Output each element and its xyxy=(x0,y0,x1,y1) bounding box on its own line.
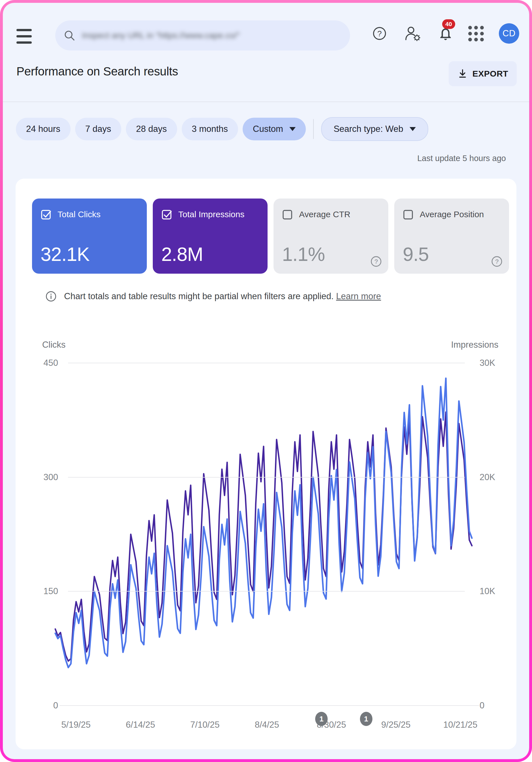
chip-divider xyxy=(313,119,314,139)
last-update-text: Last update 5 hours ago xyxy=(417,154,506,163)
chip-custom-date-range[interactable]: Custom xyxy=(242,118,306,140)
avatar[interactable]: CD xyxy=(499,23,519,44)
right-axis-tick: 30K xyxy=(480,358,495,368)
annotation-marker[interactable]: 1 xyxy=(315,712,328,726)
gridline xyxy=(59,705,479,706)
export-button-label: EXPORT xyxy=(473,69,508,79)
left-axis-tick: 300 xyxy=(27,472,58,482)
right-axis-tick: 10K xyxy=(480,586,495,596)
gridline xyxy=(68,363,465,363)
annotation-marker[interactable]: 1 xyxy=(360,712,372,726)
screenshot-stage: Inspect any URL in "https://www.cape.co/… xyxy=(0,0,532,762)
x-axis-tick: 9/25/25 xyxy=(381,720,410,730)
apps-grid-icon[interactable] xyxy=(466,24,486,43)
hamburger-menu-icon[interactable] xyxy=(17,29,32,44)
gridline xyxy=(68,591,465,591)
page-title: Performance on Search results xyxy=(17,65,178,78)
search-type-label: Search type: Web xyxy=(334,124,403,134)
left-axis-tick: 450 xyxy=(27,358,58,368)
search-icon xyxy=(63,29,76,42)
chevron-down-icon xyxy=(410,127,416,131)
search-placeholder: Inspect any URL in "https://www.cape.co/… xyxy=(82,31,240,40)
notification-count-badge: 40 xyxy=(442,19,455,29)
chip-24-hours[interactable]: 24 hours xyxy=(16,118,71,140)
x-axis-tick: 5/19/25 xyxy=(61,720,91,730)
gridline xyxy=(68,477,465,478)
header-divider xyxy=(3,102,529,102)
screen-recording-frame: Inspect any URL in "https://www.cape.co/… xyxy=(0,0,532,762)
app-surface: Inspect any URL in "https://www.cape.co/… xyxy=(3,3,529,759)
notifications-bell-icon[interactable]: 40 xyxy=(436,24,455,43)
help-icon[interactable]: ? xyxy=(370,24,389,43)
export-button[interactable]: EXPORT xyxy=(449,61,517,86)
svg-text:?: ? xyxy=(377,29,382,38)
impressions-line-series xyxy=(55,412,472,661)
chip-3-months[interactable]: 3 months xyxy=(182,118,238,140)
x-axis-tick: 6/14/25 xyxy=(126,720,155,730)
clicks-line-series xyxy=(55,378,472,667)
right-axis-title: Impressions xyxy=(446,340,503,350)
left-axis-title: Clicks xyxy=(33,340,75,350)
url-inspect-search-input[interactable]: Inspect any URL in "https://www.cape.co/… xyxy=(55,21,350,50)
user-settings-icon[interactable] xyxy=(403,24,422,43)
x-axis-tick: 7/10/25 xyxy=(190,720,219,730)
chip-28-days[interactable]: 28 days xyxy=(126,118,177,140)
left-axis-tick: 150 xyxy=(27,586,58,596)
search-type-dropdown[interactable]: Search type: Web xyxy=(321,117,428,141)
x-axis-tick: 10/21/25 xyxy=(443,720,478,730)
chevron-down-icon xyxy=(290,127,296,131)
gear-icon xyxy=(414,35,420,41)
performance-chart[interactable]: Clicks Impressions 45030K30020K15010K005… xyxy=(16,179,516,749)
download-icon xyxy=(457,68,468,79)
performance-card: Total Clicks 32.1K Total Impressions 2.8… xyxy=(16,179,516,749)
chip-7-days[interactable]: 7 days xyxy=(75,118,121,140)
chip-custom-label: Custom xyxy=(253,124,283,134)
filter-chip-row: 24 hours 7 days 28 days 3 months Custom … xyxy=(16,118,433,140)
chart-plot-area[interactable] xyxy=(55,363,472,706)
left-axis-tick: 0 xyxy=(27,701,58,711)
right-axis-tick: 20K xyxy=(480,472,495,482)
right-axis-tick: 0 xyxy=(480,701,484,711)
x-axis-tick: 8/4/25 xyxy=(255,720,279,730)
